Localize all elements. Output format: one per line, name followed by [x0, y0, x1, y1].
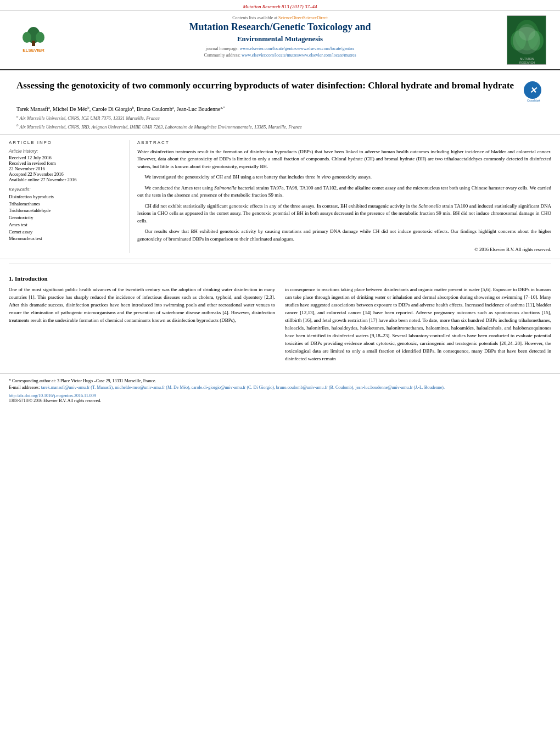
- intro-col-left: One of the most significant public healt…: [9, 286, 275, 362]
- abstract-para-1: Water disinfection treatments result in …: [137, 148, 551, 171]
- abstract-heading: ABSTRACT: [137, 140, 551, 145]
- intro-text-left: One of the most significant public healt…: [9, 286, 275, 325]
- article-info-abstract-section: ARTICLE INFO Article history: Received 1…: [0, 135, 560, 259]
- keyword-5: Ames test: [9, 221, 121, 228]
- abstract-text: Water disinfection treatments result in …: [137, 148, 551, 253]
- header-section: ELSEVIER Contents lists available at Sci…: [0, 11, 560, 70]
- svg-point-10: [519, 24, 535, 41]
- crossmark-label: CrossMark: [524, 99, 544, 102]
- received-revised-date: 22 November 2016: [9, 166, 121, 171]
- sciencedirect-text: ScienceDirect: [303, 15, 328, 20]
- abstract-column: ABSTRACT Water disinfection treatments r…: [130, 140, 551, 253]
- abstract-para-4: CH did not exhibit statistically signifi…: [137, 203, 551, 225]
- abstract-para-5: Our results show that BH exhibited genot…: [137, 228, 551, 243]
- corresponding-author-note: * Corresponding author at: 3 Place Victo…: [9, 378, 551, 384]
- intro-col-right: in consequence to reactions taking place…: [285, 286, 551, 362]
- homepage-label: journal homepage:: [206, 46, 239, 51]
- community-url[interactable]: www.elsevier.com/locate/mutres: [242, 53, 299, 58]
- keyword-6: Comet assay: [9, 228, 121, 236]
- journal-subtitle: Environmental Mutagenesis: [64, 35, 496, 43]
- affiliation-a: a Aix Marseille Université, CNRS, ICE UM…: [16, 114, 544, 121]
- received-revised-label: Received in revised form: [9, 160, 121, 166]
- accepted-date: Accepted 22 November 2016: [9, 171, 121, 177]
- svg-rect-4: [32, 41, 35, 46]
- top-banner: Mutation Research 813 (2017) 37–44: [0, 0, 560, 11]
- abstract-copyright: © 2016 Elsevier B.V. All rights reserved…: [137, 246, 551, 253]
- journal-title: Mutation Research/Genetic Toxicology and: [64, 21, 496, 34]
- doi-line[interactable]: http://dx.doi.org/10.1016/j.mrgentox.201…: [9, 393, 551, 398]
- sciencedirect-link[interactable]: ScienceDirect: [278, 15, 303, 20]
- body-content: 1. Introduction One of the most signific…: [0, 269, 560, 369]
- svg-text:RESEARCH: RESEARCH: [519, 61, 535, 64]
- issn-line: 1383-5718/© 2016 Elsevier B.V. All right…: [9, 398, 551, 403]
- keywords-heading: Keywords:: [9, 187, 121, 192]
- homepage-url-text: www.elsevier.com/locate/gentox: [297, 46, 354, 51]
- header-center: Contents lists available at ScienceDirec…: [64, 15, 496, 65]
- community-url-text: www.elsevier.com/locate/mutres: [299, 53, 356, 58]
- footnote-section: * Corresponding author at: 3 Place Victo…: [0, 373, 560, 405]
- article-title: Assessing the genotoxicity of two common…: [16, 79, 518, 92]
- intro-para-right: in consequence to reactions taking place…: [285, 286, 551, 362]
- abstract-para-3: We conducted the Ames test using Salmone…: [137, 185, 551, 199]
- keyword-4: Genotoxicity: [9, 214, 121, 221]
- history-label: Article history:: [9, 148, 121, 154]
- keyword-3: Trichloroacetaldehyde: [9, 207, 121, 214]
- keyword-2: Trihalomethanes: [9, 200, 121, 208]
- journal-issue: Mutation Research 813 (2017) 37–44: [243, 4, 317, 9]
- article-title-row: Assessing the genotoxicity of two common…: [16, 79, 544, 101]
- homepage-url[interactable]: www.elsevier.com/locate/gentox: [240, 46, 297, 51]
- elsevier-logo-svg: ELSEVIER: [12, 25, 55, 55]
- section-divider: [9, 264, 551, 264]
- contents-line: Contents lists available at ScienceDirec…: [64, 15, 496, 20]
- cover-svg: MUTATION RESEARCH: [507, 16, 546, 65]
- email-list[interactable]: tarek.manasfi@univ-amu.fr (T. Manasfi), …: [41, 385, 445, 390]
- introduction-title: 1. Introduction: [9, 275, 551, 282]
- article-header: Assessing the genotoxicity of two common…: [0, 70, 560, 135]
- journal-links: journal homepage: www.elsevier.com/locat…: [64, 46, 496, 60]
- intro-text-right: in consequence to reactions taking place…: [285, 286, 551, 362]
- crossmark-circle: ✕: [524, 81, 541, 99]
- journal-cover-image: MUTATION RESEARCH: [507, 15, 546, 65]
- keyword-7: Micronucleus test: [9, 235, 121, 242]
- svg-point-8: [511, 31, 526, 51]
- authors-line: Tarek Manasfia, Michel De Méob, Carole D…: [16, 105, 544, 112]
- received-date: Received 12 July 2016: [9, 155, 121, 160]
- article-info-heading: ARTICLE INFO: [9, 140, 121, 145]
- abstract-para-2: We investigated the genotoxicity of CH a…: [137, 174, 551, 181]
- available-date: Available online 27 November 2016: [9, 177, 121, 182]
- page-wrapper: Mutation Research 813 (2017) 37–44 ELSEV…: [0, 0, 560, 405]
- affiliation-b: b Aix Marseille Université, CNRS, IRD, A…: [16, 123, 544, 130]
- elsevier-logo-container: ELSEVIER: [9, 15, 58, 65]
- journal-cover-container: MUTATION RESEARCH: [502, 15, 551, 65]
- intro-para-left: One of the most significant public healt…: [9, 286, 275, 325]
- svg-text:ELSEVIER: ELSEVIER: [23, 48, 44, 53]
- svg-point-3: [36, 32, 44, 43]
- crossmark-badge[interactable]: ✕ CrossMark: [524, 81, 544, 101]
- introduction-two-col: One of the most significant public healt…: [9, 286, 551, 362]
- contents-text: Contents lists available at: [232, 15, 277, 20]
- email-addresses-note: E-mail addresses: tarek.manasfi@univ-amu…: [9, 384, 551, 391]
- community-label: Community address:: [204, 53, 240, 58]
- svg-point-2: [23, 32, 31, 43]
- svg-text:MUTATION: MUTATION: [520, 57, 534, 60]
- article-info-column: ARTICLE INFO Article history: Received 1…: [9, 140, 130, 253]
- keyword-1: Disinfection byproducts: [9, 193, 121, 200]
- svg-point-9: [528, 31, 544, 51]
